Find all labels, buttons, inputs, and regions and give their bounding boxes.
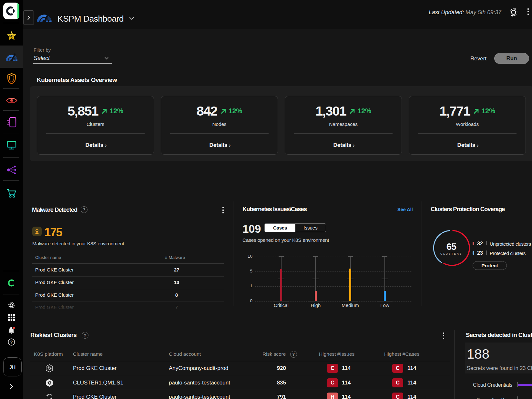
svg-text:?: ? — [10, 340, 13, 344]
